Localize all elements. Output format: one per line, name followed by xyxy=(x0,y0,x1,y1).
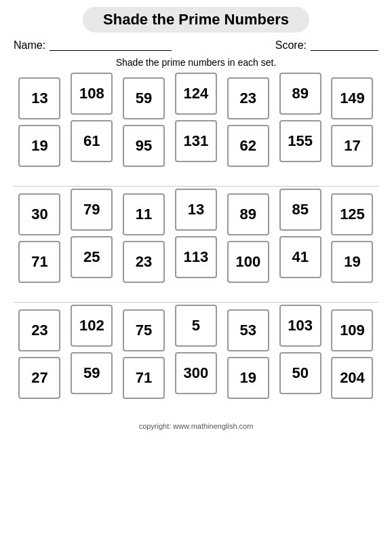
number-box[interactable]: 13 xyxy=(175,189,217,231)
score-field[interactable] xyxy=(311,40,378,51)
number-box[interactable]: 23 xyxy=(227,77,269,119)
number-box[interactable]: 53 xyxy=(227,309,269,351)
number-box[interactable]: 25 xyxy=(71,236,113,278)
name-field[interactable] xyxy=(50,40,172,51)
number-box[interactable]: 62 xyxy=(227,125,269,167)
number-box[interactable]: 19 xyxy=(331,241,373,283)
number-box[interactable]: 61 xyxy=(71,120,113,162)
section-3: 23102755531031092759713001950204 xyxy=(14,309,378,411)
number-box[interactable]: 23 xyxy=(123,241,165,283)
number-box[interactable]: 5 xyxy=(175,305,217,347)
sections-container: 1310859124238914919619513162155173079111… xyxy=(14,77,378,411)
section-2: 3079111389851257125231131004119 xyxy=(14,193,378,295)
number-box[interactable]: 155 xyxy=(279,120,321,162)
name-label: Name: xyxy=(14,39,45,52)
section-1-row-1: 13108591242389149 xyxy=(14,77,378,119)
copyright-text: copyright: www.mathinenglish.com xyxy=(14,422,378,430)
number-box[interactable]: 41 xyxy=(279,236,321,278)
section-3-row-2: 2759713001950204 xyxy=(14,357,378,399)
number-box[interactable]: 102 xyxy=(71,305,113,347)
number-box[interactable]: 23 xyxy=(18,309,60,351)
number-box[interactable]: 85 xyxy=(279,189,321,231)
number-box[interactable]: 204 xyxy=(331,357,373,399)
instructions-text: Shade the prime numbers in each set. xyxy=(14,57,378,68)
number-box[interactable]: 124 xyxy=(175,73,217,115)
number-box[interactable]: 300 xyxy=(175,352,217,394)
number-box[interactable]: 17 xyxy=(331,125,373,167)
section-2-row-2: 7125231131004119 xyxy=(14,241,378,283)
number-box[interactable]: 108 xyxy=(71,73,113,115)
number-box[interactable]: 103 xyxy=(279,305,321,347)
number-box[interactable]: 59 xyxy=(123,77,165,119)
number-box[interactable]: 89 xyxy=(227,193,269,235)
number-box[interactable]: 100 xyxy=(227,241,269,283)
section-3-row-1: 2310275553103109 xyxy=(14,309,378,351)
number-box[interactable]: 50 xyxy=(279,352,321,394)
number-box[interactable]: 30 xyxy=(18,193,60,235)
section-1-row-2: 1961951316215517 xyxy=(14,125,378,167)
section-1: 131085912423891491961951316215517 xyxy=(14,77,378,179)
number-box[interactable]: 19 xyxy=(18,125,60,167)
number-box[interactable]: 11 xyxy=(123,193,165,235)
number-box[interactable]: 79 xyxy=(71,189,113,231)
number-box[interactable]: 149 xyxy=(331,77,373,119)
score-label: Score: xyxy=(275,39,307,52)
number-box[interactable]: 113 xyxy=(175,236,217,278)
number-box[interactable]: 131 xyxy=(175,120,217,162)
section-2-row-1: 307911138985125 xyxy=(14,193,378,235)
number-box[interactable]: 13 xyxy=(18,77,60,119)
number-box[interactable]: 71 xyxy=(18,241,60,283)
section-divider xyxy=(14,186,378,187)
page-title: Shade the Prime Numbers xyxy=(83,7,309,33)
number-box[interactable]: 71 xyxy=(123,357,165,399)
number-box[interactable]: 125 xyxy=(331,193,373,235)
number-box[interactable]: 95 xyxy=(123,125,165,167)
number-box[interactable]: 75 xyxy=(123,309,165,351)
number-box[interactable]: 19 xyxy=(227,357,269,399)
number-box[interactable]: 59 xyxy=(71,352,113,394)
number-box[interactable]: 89 xyxy=(279,73,321,115)
number-box[interactable]: 109 xyxy=(331,309,373,351)
number-box[interactable]: 27 xyxy=(18,357,60,399)
section-divider xyxy=(14,302,378,303)
